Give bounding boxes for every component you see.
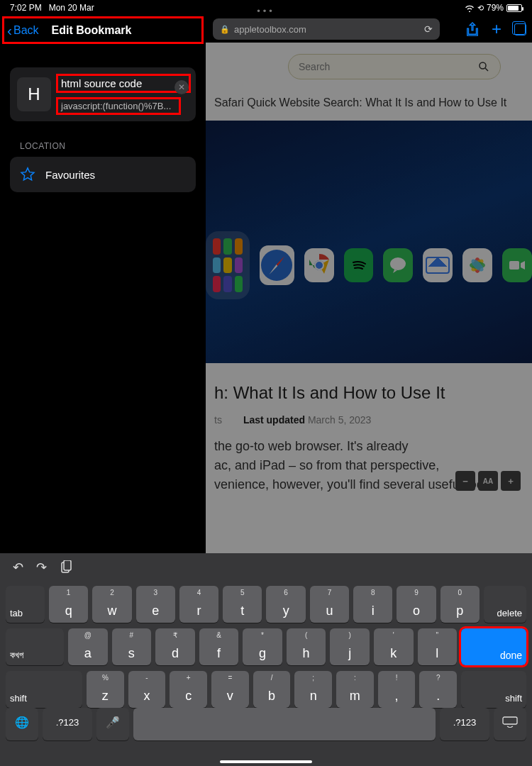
keyboard-row-3: shift %z -x +c =v /b ;n :m !, ?. shift [6, 671, 526, 708]
bookmark-url-field[interactable]: javascript:(function()%7B... [58, 99, 179, 113]
globe-icon: 🌐 [15, 716, 29, 729]
mail-app-icon [423, 248, 453, 282]
facetime-app-icon [502, 248, 532, 282]
key-d[interactable]: ₹d [155, 628, 195, 665]
key-r[interactable]: 4r [179, 586, 218, 623]
font-increase-button[interactable]: + [501, 471, 521, 491]
dictation-key[interactable]: 🎤 [96, 708, 129, 740]
keyboard-row-2: কখগ @a #s ₹d &f *g (h )j 'k "l done [6, 628, 526, 665]
battery-icon [506, 4, 522, 12]
key-period[interactable]: ?. [419, 671, 457, 708]
delete-key[interactable]: delete [484, 586, 526, 623]
key-g[interactable]: *g [243, 628, 282, 665]
home-screen-icon [206, 231, 250, 299]
svg-point-3 [315, 261, 323, 270]
meta-updated-value: March 5, 2023 [308, 414, 372, 426]
key-k[interactable]: 'k [374, 628, 414, 665]
key-c[interactable]: +c [170, 671, 207, 708]
svg-rect-10 [509, 261, 519, 270]
undo-icon[interactable]: ↶ [13, 560, 23, 575]
svg-rect-12 [64, 560, 71, 570]
key-comma[interactable]: !, [378, 671, 416, 708]
reload-icon[interactable]: ⟳ [424, 23, 433, 35]
key-a[interactable]: @a [68, 628, 108, 665]
home-indicator[interactable] [220, 760, 312, 763]
chrome-app-icon [304, 248, 334, 282]
site-search-input[interactable]: Search [288, 54, 501, 79]
key-t[interactable]: 5t [223, 586, 262, 623]
key-p[interactable]: 0p [440, 586, 480, 623]
body-line: the go-to web browser. It's already [214, 437, 523, 456]
star-icon [20, 167, 35, 182]
key-y[interactable]: 6y [266, 586, 305, 623]
edit-bookmark-panel: ‹ Back Edit Bookmark H html source code … [0, 16, 206, 555]
photos-app-icon [462, 248, 492, 282]
globe-key[interactable]: 🌐 [6, 708, 38, 740]
lock-icon: 🔒 [220, 25, 230, 34]
clear-name-icon[interactable]: ✕ [174, 80, 189, 94]
battery-percent: 79% [487, 3, 504, 13]
font-reset-button[interactable]: AA [478, 471, 498, 491]
bookmark-name-field[interactable]: html source code [58, 76, 189, 91]
background-webpage: Search Safari Quick Website Search: What… [206, 43, 532, 553]
key-h[interactable]: (h [287, 628, 326, 665]
bookmark-favicon: H [17, 77, 51, 111]
status-time: 7:02 PM [10, 3, 42, 13]
site-search-placeholder: Search [299, 61, 330, 72]
space-key[interactable] [133, 708, 436, 740]
article-meta: ts Last updated March 5, 2023 [206, 406, 532, 434]
mic-icon: 🎤 [106, 716, 120, 729]
key-l[interactable]: "l [418, 628, 458, 665]
key-z[interactable]: %z [87, 671, 124, 708]
url-bar[interactable]: 🔒 appletoolbox.com ⟳ [213, 18, 440, 40]
svg-rect-13 [503, 717, 517, 724]
key-u[interactable]: 7u [310, 586, 349, 623]
key-i[interactable]: 8i [353, 586, 392, 623]
key-x[interactable]: -x [128, 671, 166, 708]
key-v[interactable]: =v [211, 671, 249, 708]
key-e[interactable]: 3e [136, 586, 175, 623]
new-tab-icon[interactable]: + [492, 23, 501, 35]
shift-key-left[interactable]: shift [6, 671, 82, 708]
svg-point-0 [480, 62, 486, 69]
font-decrease-button[interactable]: − [455, 471, 475, 491]
done-key[interactable]: done [461, 628, 526, 665]
share-icon[interactable] [466, 22, 479, 36]
panel-title: Edit Bookmark [52, 24, 132, 37]
spotify-app-icon [344, 248, 374, 282]
key-q[interactable]: 1q [49, 586, 88, 623]
tabs-icon[interactable] [514, 23, 526, 35]
key-b[interactable]: /b [253, 671, 291, 708]
location-value: Favourites [45, 169, 95, 181]
shift-key-right[interactable]: shift [461, 671, 526, 708]
hide-keyboard-key[interactable] [494, 708, 526, 740]
font-size-controls: − AA + [455, 471, 521, 491]
bookmark-card: H html source code javascript:(function(… [10, 67, 196, 121]
key-j[interactable]: )j [330, 628, 370, 665]
keyboard-toolbar: ↶ ↷ [0, 553, 532, 582]
status-date: Mon 20 Mar [49, 3, 94, 13]
language-key[interactable]: কখগ [6, 628, 64, 665]
panel-header: ‹ Back Edit Bookmark [4, 18, 201, 42]
key-s[interactable]: #s [112, 628, 152, 665]
key-f[interactable]: &f [199, 628, 239, 665]
key-n[interactable]: ;n [294, 671, 332, 708]
numbers-key-left[interactable]: .?123 [43, 708, 92, 740]
keyboard-row-bottom: 🌐 .?123 🎤 .?123 [0, 708, 532, 745]
redo-icon[interactable]: ↷ [36, 560, 47, 575]
back-button[interactable]: ‹ Back [7, 23, 39, 38]
key-o[interactable]: 9o [397, 586, 436, 623]
key-w[interactable]: 2w [92, 586, 131, 623]
orientation-lock-icon: ⟲ [477, 4, 484, 13]
page-breadcrumb-title: Safari Quick Website Search: What It Is … [206, 87, 532, 115]
keyboard-hide-icon [502, 716, 518, 728]
multitask-dots-icon[interactable]: ••• [257, 6, 275, 16]
key-m[interactable]: :m [336, 671, 374, 708]
tab-key[interactable]: tab [6, 586, 45, 623]
svg-point-5 [390, 257, 406, 270]
numbers-key-right[interactable]: .?123 [440, 708, 489, 740]
search-icon [477, 60, 490, 73]
location-row[interactable]: Favourites [10, 157, 196, 192]
clipboard-icon[interactable] [60, 560, 72, 574]
keyboard-row-1: tab 1q 2w 3e 4r 5t 6y 7u 8i 9o 0p delete [6, 586, 526, 623]
